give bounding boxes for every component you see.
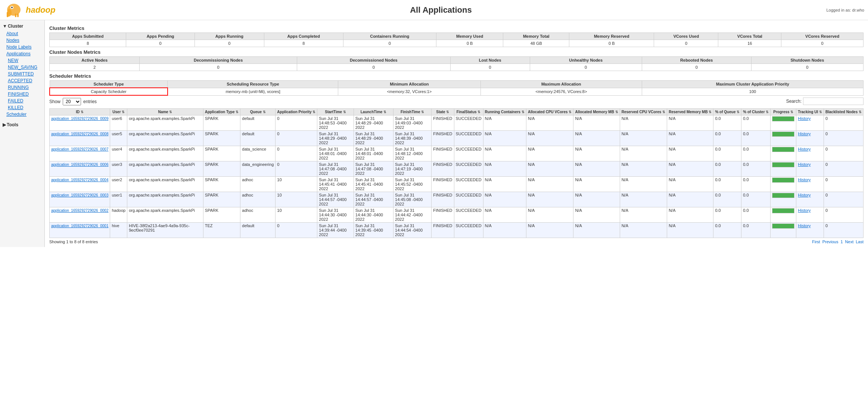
cell-queue: default <box>240 115 276 131</box>
progress-bar-fill <box>772 132 794 136</box>
app-id-link[interactable]: application_1659292729026_0003 <box>51 193 108 197</box>
th-queue[interactable]: Queue ⇅ <box>240 109 276 115</box>
cell-alloc-cpu: N/A <box>526 131 573 146</box>
cell-pct-queue: 0.0 <box>713 223 741 238</box>
cell-pct-cluster: 0.0 <box>741 115 771 131</box>
progress-bar-container <box>772 147 794 152</box>
sidebar-item-submitted[interactable]: SUBMITTED <box>5 71 43 77</box>
entries-select[interactable]: 20 10 25 50 100 <box>63 98 81 105</box>
cell-reserved-cpu: N/A <box>620 115 667 131</box>
col-apps-running: Apps Running <box>195 33 264 40</box>
th-tracking-ui[interactable]: Tracking UI ⇅ <box>796 109 824 115</box>
sidebar-item-failed[interactable]: FAILED <box>5 98 43 104</box>
cell-name: org.apache.spark.examples.SparkPi <box>127 146 203 161</box>
th-priority[interactable]: Application Priority ⇅ <box>276 109 317 115</box>
history-link[interactable]: History <box>798 116 811 121</box>
history-link[interactable]: History <box>798 162 811 167</box>
cell-tracking-ui: History <box>796 177 824 192</box>
history-link[interactable]: History <box>798 223 811 228</box>
th-launch-time[interactable]: LaunchTime ⇅ <box>354 109 393 115</box>
sidebar-item-killed[interactable]: KILLED <box>5 104 43 111</box>
sidebar-item-accepted[interactable]: ACCEPTED <box>5 77 43 84</box>
th-alloc-cpu[interactable]: Allocated CPU VCores ⇅ <box>526 109 573 115</box>
cell-final-status: SUCCEEDED <box>454 161 483 177</box>
th-running-containers[interactable]: Running Containers ⇅ <box>483 109 526 115</box>
th-alloc-mem[interactable]: Allocated Memory MB ⇅ <box>573 109 620 115</box>
sidebar-item-node-labels[interactable]: Node Labels <box>3 44 43 50</box>
pagination-last[interactable]: Last <box>856 240 864 244</box>
sidebar-item-finished[interactable]: FINISHED <box>5 91 43 98</box>
app-id-link[interactable]: application_1659292729026_0008 <box>51 132 108 136</box>
cell-priority: 0 <box>276 146 317 161</box>
cell-name: org.apache.spark.examples.SparkPi <box>127 115 203 131</box>
cell-state: FINISHED <box>432 161 454 177</box>
history-link[interactable]: History <box>798 193 811 197</box>
cell-priority: 0 <box>276 223 317 238</box>
sidebar-item-about[interactable]: About <box>3 30 43 37</box>
th-start-time[interactable]: StartTime ⇅ <box>317 109 354 115</box>
cluster-subitems: About Nodes Node Labels Applications NEW… <box>2 30 43 118</box>
pagination-first[interactable]: First <box>812 240 820 244</box>
progress-bar-container <box>772 132 794 137</box>
table-row: application_1659292729026_0003 user1 org… <box>50 192 864 207</box>
th-finish-time[interactable]: FinishTime ⇅ <box>393 109 432 115</box>
sidebar-item-applications[interactable]: Applications <box>3 50 43 57</box>
app-id-link[interactable]: application_1659292729026_0001 <box>51 224 108 228</box>
cell-pct-cluster: 0.0 <box>741 223 771 238</box>
cell-name: org.apache.spark.examples.SparkPi <box>127 161 203 177</box>
cluster-section-header[interactable]: ▼ Cluster <box>2 22 43 30</box>
cell-blacklisted: 0 <box>824 115 864 131</box>
cell-reserved-mem: N/A <box>667 207 713 223</box>
sidebar-item-running[interactable]: RUNNING <box>5 84 43 91</box>
cluster-metrics-table: Apps Submitted Apps Pending Apps Running… <box>49 33 864 47</box>
app-id-link[interactable]: application_1659292729026_0007 <box>51 147 108 151</box>
history-link[interactable]: History <box>798 132 811 136</box>
cell-name: org.apache.spark.examples.SparkPi <box>127 192 203 207</box>
cell-launch-time: Sun Jul 31 14:48:01 -0400 2022 <box>354 146 393 161</box>
cell-reserved-mem: N/A <box>667 192 713 207</box>
th-progress[interactable]: Progress ⇅ <box>771 109 796 115</box>
app-id-link[interactable]: application_1659292729026_0009 <box>51 117 108 121</box>
col-memory-total: Memory Total <box>503 33 569 40</box>
progress-bar-container <box>772 193 794 198</box>
th-id[interactable]: ID ⇅ <box>50 109 110 115</box>
cell-priority: 10 <box>276 177 317 192</box>
val-memory-total: 48 GB <box>503 40 569 47</box>
cell-tracking-ui: History <box>796 131 824 146</box>
th-reserved-cpu[interactable]: Reserved CPU VCores ⇅ <box>620 109 667 115</box>
history-link[interactable]: History <box>798 147 811 151</box>
th-final-status[interactable]: FinalStatus ⇅ <box>454 109 483 115</box>
app-id-link[interactable]: application_1659292729026_0006 <box>51 163 108 167</box>
val-containers-running: 0 <box>343 40 436 47</box>
th-user[interactable]: User ⇅ <box>110 109 127 115</box>
pagination-previous[interactable]: Previous <box>822 240 839 244</box>
scheduler-metrics-title: Scheduler Metrics <box>49 73 864 79</box>
pagination: First Previous 1 Next Last <box>812 240 864 244</box>
th-reserved-mem[interactable]: Reserved Memory MB ⇅ <box>667 109 713 115</box>
sidebar-item-new[interactable]: NEW <box>5 57 43 64</box>
app-id-link[interactable]: application_1659292729026_0002 <box>51 208 108 213</box>
sidebar-item-nodes[interactable]: Nodes <box>3 37 43 44</box>
pagination-page-1[interactable]: 1 <box>840 240 843 244</box>
th-pct-cluster[interactable]: % of Cluster ⇅ <box>741 109 771 115</box>
history-link[interactable]: History <box>798 208 811 213</box>
search-input[interactable] <box>803 98 864 105</box>
history-link[interactable]: History <box>798 177 811 182</box>
cell-alloc-cpu: N/A <box>526 192 573 207</box>
progress-bar-fill <box>772 178 794 182</box>
pagination-next[interactable]: Next <box>845 240 854 244</box>
th-name[interactable]: Name ⇅ <box>127 109 203 115</box>
th-app-type[interactable]: Application Type ⇅ <box>203 109 240 115</box>
sidebar-item-scheduler[interactable]: Scheduler <box>3 111 43 118</box>
th-state[interactable]: State ⇅ <box>432 109 454 115</box>
th-blacklisted[interactable]: Blacklisted Nodes ⇅ <box>824 109 864 115</box>
th-pct-queue[interactable]: % of Queue ⇅ <box>713 109 741 115</box>
cell-pct-queue: 0.0 <box>713 131 741 146</box>
cell-queue: adhoc <box>240 207 276 223</box>
col-vcores-reserved: VCores Reserved <box>781 33 864 40</box>
logo-text: hadoop <box>26 5 55 15</box>
cell-blacklisted: 0 <box>824 131 864 146</box>
app-id-link[interactable]: application_1659292729026_0004 <box>51 178 108 182</box>
sidebar-item-new-saving[interactable]: NEW_SAVING <box>5 64 43 71</box>
tools-section-header[interactable]: ▶ Tools <box>2 121 43 129</box>
